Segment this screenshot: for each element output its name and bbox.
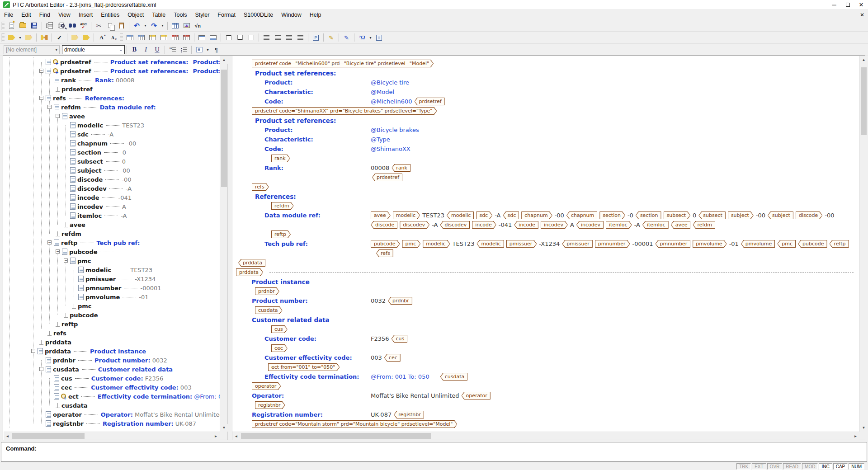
cut-button[interactable]: ✂ — [93, 20, 104, 31]
collapse-toggle-icon[interactable]: − — [56, 114, 60, 118]
tag-close-discodev[interactable]: discodev — [440, 221, 470, 229]
doc-row[interactable]: Product set references: — [232, 116, 856, 125]
scroll-left-icon[interactable]: ◄ — [4, 432, 11, 440]
grow-font-button[interactable]: A — [96, 33, 107, 43]
tree-item-pubcode[interactable]: −pubcode — [4, 247, 220, 256]
menu-styler[interactable]: Styler — [191, 11, 213, 19]
field-value[interactable]: F2356 — [371, 335, 389, 342]
tree-item-avee-end[interactable]: avee — [4, 220, 220, 229]
document-close-icon[interactable]: ✕ — [860, 12, 864, 18]
tag-close-section[interactable]: section — [636, 212, 661, 219]
tag-open-cec[interactable]: cec — [271, 344, 288, 352]
element-text[interactable]: -A — [634, 221, 640, 228]
collapse-toggle-icon[interactable]: − — [39, 96, 43, 100]
field-value[interactable]: Moffat's Bike Rental Unlimited — [371, 392, 459, 399]
tag-open-pmvolume[interactable]: pmvolume — [693, 240, 726, 248]
insert-markup-button[interactable] — [69, 33, 80, 43]
doc-row[interactable]: prdsetref code="ShimanoXX" prd="Bicycle … — [232, 106, 856, 116]
doc-row[interactable]: Characteristic:@Type — [232, 135, 856, 144]
menu-find[interactable]: Find — [35, 11, 54, 19]
doc-row[interactable]: Product number:0032prdnbr — [232, 296, 856, 306]
tree-item-chapnum[interactable]: chapnum-00 — [4, 139, 220, 148]
collapse-toggle-icon[interactable]: − — [47, 105, 52, 109]
doc-row[interactable]: prdsetref code="Mountain storm" prd="Mou… — [232, 419, 856, 429]
scroll-up-icon[interactable]: ▲ — [860, 56, 868, 64]
document-map-tree[interactable]: prdsetrefProduct set references:Product:… — [4, 56, 220, 432]
redo-caret-icon[interactable]: ▾ — [160, 20, 165, 31]
tree-item-sdc[interactable]: sdc-A — [4, 130, 220, 139]
menu-entities[interactable]: Entities — [97, 11, 123, 19]
tree-item-prdsetref[interactable]: prdsetrefProduct set references:Product:… — [4, 57, 220, 66]
menu-table[interactable]: Table — [148, 11, 170, 19]
doc-row[interactable]: Characteristic:@Model — [232, 87, 856, 97]
doc-row[interactable]: Customer code:F2356cus — [232, 334, 856, 343]
tree-item-refs[interactable]: −refsReferences: — [4, 94, 220, 103]
tag-open-subject[interactable]: subject — [728, 212, 754, 219]
tree-item-ect[interactable]: ectEffectivity code termination:@From: 0 — [4, 392, 220, 401]
doc-row[interactable]: discodediscodev-Adiscodevincode-041incod… — [232, 220, 856, 230]
element-text[interactable]: -X1234 — [539, 240, 560, 247]
scroll-down-icon[interactable]: ▼ — [860, 424, 868, 432]
field-value[interactable]: 0032 — [371, 297, 386, 304]
tag-open-discodev[interactable]: discodev — [400, 221, 429, 229]
tag-close-subsect[interactable]: subsect — [698, 212, 726, 219]
bold-button[interactable]: B — [129, 45, 140, 55]
doc-row[interactable]: registnbr — [232, 400, 856, 410]
shrink-font-button[interactable]: A — [107, 33, 118, 43]
doc-row[interactable]: Customer related data — [232, 315, 856, 324]
insert-graphic-button[interactable] — [181, 20, 192, 31]
doc-row[interactable]: cec — [232, 343, 856, 353]
tag-open-modelic[interactable]: modelic — [423, 240, 450, 248]
paragraph-properties-button[interactable]: P — [310, 33, 321, 43]
tree-item-subsect[interactable]: subsect0 — [4, 157, 220, 166]
tag-close-prdnbr[interactable]: prdnbr — [388, 297, 412, 305]
tag-close-pmnumber[interactable]: pmnumber — [656, 240, 691, 248]
tree-item-reftp-end[interactable]: reftp — [4, 320, 220, 329]
scroll-up-icon[interactable]: ▲ — [220, 56, 228, 64]
doc-row[interactable]: Tech pub ref:pubcodepmcmodelicTEST23mode… — [232, 239, 856, 249]
doc-hscroll-thumb[interactable] — [241, 433, 431, 439]
tag-open-registnbr[interactable]: registnbr — [255, 401, 285, 409]
tree-item-section[interactable]: section-0 — [4, 148, 220, 157]
tag-close-operator[interactable]: operator — [462, 392, 491, 400]
tree-item-discodev[interactable]: discodev-A — [4, 184, 220, 193]
doc-row[interactable]: refdm — [232, 201, 856, 211]
tree-item-reftp[interactable]: −reftpTech pub ref: — [4, 238, 220, 247]
tag-close-pubcode[interactable]: pubcode — [798, 240, 827, 248]
tag-open-pmnumber[interactable]: pmnumber — [595, 240, 630, 248]
tree-item-refdm[interactable]: −refdmData module ref: — [4, 103, 220, 112]
close-button[interactable]: ✕ — [854, 0, 868, 10]
collapse-toggle-icon[interactable]: − — [56, 249, 60, 254]
row-insert-button[interactable] — [170, 33, 181, 43]
scroll-right-icon[interactable]: ► — [212, 432, 220, 440]
tree-item-pmvolume[interactable]: pmvolume-01 — [4, 292, 220, 301]
insert-tag-button[interactable] — [6, 33, 17, 43]
tag-open-prdsetref[interactable]: prdsetref code="Michelin600" prd="Bicycl… — [252, 60, 434, 67]
tree-horizontal-scrollbar[interactable]: ◄ ► — [4, 432, 220, 440]
tag-open-itemloc[interactable]: itemloc — [606, 221, 632, 229]
tree-item-cec[interactable]: cecCustomer effectivity code:003 — [4, 383, 220, 392]
doc-row[interactable]: Product:@Bicycle tire — [232, 78, 856, 87]
element-text[interactable]: -00 — [555, 212, 564, 219]
tree-item-prddata[interactable]: −prddataProduct instance — [4, 347, 220, 356]
save-button[interactable] — [28, 20, 40, 31]
tree-item-rank[interactable]: rankRank:00008 — [4, 75, 220, 85]
tree-item-registnbr[interactable]: registnbrRegistration number:UK-087 — [4, 419, 220, 428]
tag-close-pmc[interactable]: pmc — [777, 240, 796, 248]
table-properties-button[interactable] — [136, 33, 147, 43]
justify-right-button[interactable] — [283, 33, 295, 43]
tree-item-pmc-end[interactable]: pmc — [4, 301, 220, 310]
tag-open-ect[interactable]: ect from="001" to="050" — [268, 363, 340, 371]
tree-item-refs-end[interactable]: refs — [4, 329, 220, 338]
tree-item-incode[interactable]: incode-041 — [4, 193, 220, 202]
menu-file[interactable]: File — [0, 11, 17, 19]
menu-view[interactable]: View — [54, 11, 75, 19]
tree-item-modelic[interactable]: modelicTEST23 — [4, 265, 220, 274]
frame-none-button[interactable] — [245, 33, 257, 43]
tree-item-itemloc[interactable]: itemloc-A — [4, 211, 220, 220]
tag-close-cec[interactable]: cec — [384, 354, 401, 362]
collapse-toggle-icon[interactable]: − — [39, 69, 43, 73]
doc-row[interactable]: References: — [232, 192, 856, 201]
tree-vscroll-thumb[interactable] — [221, 70, 227, 187]
tree-item-refdm-end[interactable]: refdm — [4, 229, 220, 238]
